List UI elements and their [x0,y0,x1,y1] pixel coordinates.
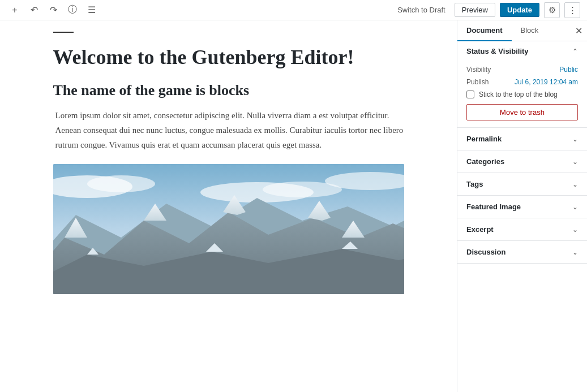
preview-button[interactable]: Preview [455,3,495,17]
featured-image-section[interactable]: Featured Image ⌄ [457,196,587,218]
update-button[interactable]: Update [500,3,539,17]
move-to-trash-button[interactable]: Move to trash [466,104,578,120]
excerpt-chevron: ⌄ [572,226,578,234]
post-paragraph[interactable]: Lorem ipsum dolor sit amet, consectetur … [53,108,404,153]
featured-image-chevron: ⌄ [572,203,578,211]
svg-point-2 [87,175,155,192]
tags-chevron: ⌄ [572,180,578,188]
discussion-label: Discussion [466,248,505,256]
status-visibility-chevron: ⌃ [572,48,578,55]
tab-document[interactable]: Document [457,20,512,41]
tags-section[interactable]: Tags ⌄ [457,173,587,196]
categories-chevron: ⌄ [572,158,578,166]
editor-area[interactable]: Welcome to the Gutenberg Editor! The nam… [0,20,457,392]
status-visibility-body: Visibility Public Publish Jul 6, 2019 12… [457,61,587,127]
stick-to-top-label: Stick to the top of the blog [479,91,558,98]
toolbar: + ↶ ↷ ⓘ ☰ Switch to Draft Preview Update… [0,0,587,20]
more-options-button[interactable]: ⋮ [564,2,580,18]
status-visibility-header[interactable]: Status & Visibility ⌃ [457,41,587,61]
redo-button[interactable]: ↷ [45,2,61,18]
post-subheading[interactable]: The name of the game is blocks [53,82,404,99]
publish-row: Publish Jul 6, 2019 12:04 am [466,78,578,86]
publish-label: Publish [466,78,489,86]
post-image[interactable] [53,164,404,294]
permalink-section[interactable]: Permalink ⌄ [457,128,587,150]
block-navigation-button[interactable]: ☰ [84,2,100,18]
excerpt-section[interactable]: Excerpt ⌄ [457,218,587,241]
toolbar-left: + ↶ ↷ ⓘ ☰ [7,2,100,18]
permalink-chevron: ⌄ [572,135,578,143]
discussion-section[interactable]: Discussion ⌄ [457,241,587,264]
post-title[interactable]: Welcome to the Gutenberg Editor! [53,44,404,71]
permalink-label: Permalink [466,135,502,143]
tags-label: Tags [466,180,483,188]
discussion-chevron: ⌄ [572,248,578,256]
categories-label: Categories [466,157,504,166]
stick-to-top-checkbox[interactable] [466,91,474,98]
visibility-row: Visibility Public [466,66,578,74]
add-block-button[interactable]: + [7,2,23,18]
publish-value[interactable]: Jul 6, 2019 12:04 am [515,78,578,86]
tab-block[interactable]: Block [512,20,548,41]
right-panel: Document Block ✕ Status & Visibility ⌃ V… [457,20,587,392]
toolbar-right: Switch to Draft Preview Update ⚙ ⋮ [393,2,580,18]
status-visibility-section: Status & Visibility ⌃ Visibility Public … [457,41,587,128]
stick-to-top-row: Stick to the top of the blog [466,91,578,98]
editor-content: Welcome to the Gutenberg Editor! The nam… [31,20,427,392]
visibility-value[interactable]: Public [559,66,578,74]
editor-divider [53,32,74,33]
excerpt-label: Excerpt [466,225,494,234]
settings-button[interactable]: ⚙ [544,2,560,18]
status-visibility-title: Status & Visibility [466,47,529,55]
info-button[interactable]: ⓘ [65,2,80,18]
panel-close-button[interactable]: ✕ [570,22,587,39]
featured-image-label: Featured Image [466,203,521,211]
categories-section[interactable]: Categories ⌄ [457,150,587,173]
undo-button[interactable]: ↶ [26,2,42,18]
visibility-label: Visibility [466,66,491,74]
main-layout: Welcome to the Gutenberg Editor! The nam… [0,20,587,392]
panel-tabs: Document Block ✕ [457,20,587,41]
switch-to-draft-button[interactable]: Switch to Draft [393,3,450,16]
